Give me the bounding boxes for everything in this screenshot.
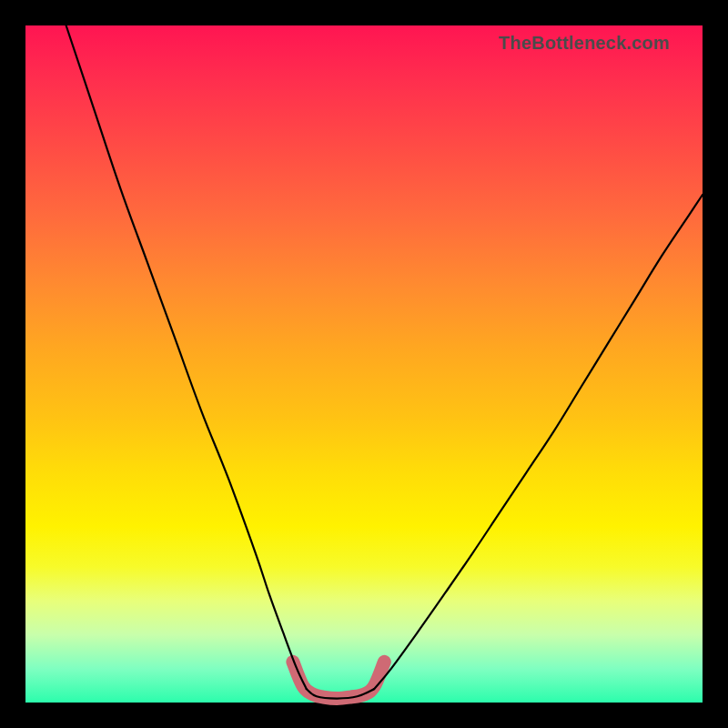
left-curve-path	[66, 25, 307, 689]
highlight-path	[293, 662, 384, 698]
right-curve-path	[374, 195, 703, 689]
plot-area: TheBottleneck.com	[25, 25, 703, 703]
outer-frame: TheBottleneck.com	[0, 0, 728, 728]
chart-svg	[25, 25, 703, 703]
